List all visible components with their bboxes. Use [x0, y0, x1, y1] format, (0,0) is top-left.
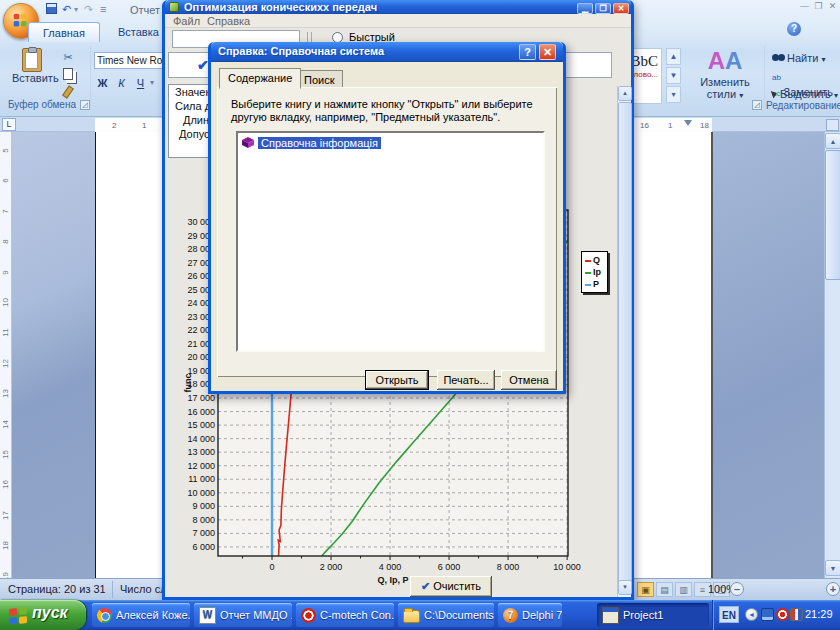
- word-restore-button[interactable]: ❐: [812, 1, 825, 12]
- scroll-down-icon[interactable]: ▼: [825, 560, 840, 576]
- save-icon[interactable]: [46, 3, 57, 14]
- app-scroll-down-icon[interactable]: ▼: [618, 580, 632, 595]
- ruler-number: 1: [142, 121, 146, 130]
- clipboard-group-label: Буфер обмена: [0, 99, 84, 110]
- vruler-number: 7: [1, 206, 10, 216]
- chart-legend: QIpP: [581, 251, 608, 293]
- format-painter-icon[interactable]: [65, 86, 71, 98]
- y-tick-label: 17 000: [187, 393, 215, 403]
- app-scroll-up-icon[interactable]: ▲: [618, 86, 632, 101]
- tab-search[interactable]: Поиск: [295, 70, 343, 88]
- indent-marker[interactable]: [684, 120, 692, 126]
- word-scrollbar[interactable]: ▲ ▼: [824, 132, 840, 578]
- books-listbox[interactable]: Справочна інформація: [236, 131, 545, 352]
- bold-button[interactable]: Ж: [94, 74, 111, 91]
- y-tick-label: 11 000: [188, 474, 215, 484]
- undo-dropdown-icon[interactable]: ▾: [74, 3, 78, 16]
- language-indicator[interactable]: EN: [719, 606, 739, 623]
- underline-button[interactable]: Ч: [132, 74, 149, 91]
- book-icon: [241, 136, 255, 149]
- y-tick-label: 9 000: [192, 501, 215, 511]
- word-close-button[interactable]: ✕: [826, 1, 839, 12]
- word-help-icon[interactable]: ?: [787, 22, 801, 36]
- font-family-combobox[interactable]: Times New Rom: [94, 52, 168, 69]
- clear-button[interactable]: ✔ Очистить: [410, 576, 492, 597]
- scrollbar-thumb[interactable]: [825, 150, 840, 280]
- x-tick-label: 6 000: [438, 562, 461, 572]
- app-close-button[interactable]: ✕: [613, 3, 629, 14]
- open-button[interactable]: Открыть: [365, 370, 429, 390]
- gallery-scroll-up-icon[interactable]: ▲: [666, 48, 681, 65]
- y-tick-label: 15 000: [187, 420, 215, 430]
- hide-icons-icon[interactable]: ◂: [745, 608, 758, 621]
- dialog-title-bar[interactable]: Справка: Справочная система ? ✕: [211, 42, 563, 62]
- paste-button[interactable]: Вставить: [12, 48, 52, 94]
- x-tick-label: 4 000: [379, 562, 402, 572]
- app-title-bar[interactable]: Оптимизация коническихх передач ▁ ❐ ✕: [165, 0, 631, 14]
- taskbar-task-project1[interactable]: Project1: [597, 603, 709, 627]
- vruler-number: 11: [1, 328, 10, 338]
- x-tick-label: 8 000: [497, 562, 520, 572]
- undo-icon[interactable]: ↶: [62, 3, 71, 16]
- network-tray-icon[interactable]: [761, 608, 774, 621]
- cmotech-tray-icon[interactable]: [776, 608, 789, 621]
- styles-dialog-launcher[interactable]: ◿: [752, 100, 762, 110]
- gallery-scroll-down-icon[interactable]: ▼: [666, 67, 681, 84]
- vruler-number: 18: [1, 541, 10, 551]
- zoom-in-button[interactable]: +: [826, 582, 840, 596]
- copy-icon[interactable]: [63, 68, 73, 80]
- qat-menu-icon[interactable]: ≡: [100, 3, 106, 16]
- tab-selector[interactable]: L: [2, 118, 16, 131]
- app-scrollbar-thumb[interactable]: [618, 102, 632, 582]
- app-minimize-button[interactable]: ▁: [577, 3, 593, 14]
- ruler-number: 18: [700, 121, 709, 130]
- menu-file[interactable]: Файл: [173, 15, 200, 27]
- taskbar-task-word[interactable]: W Отчет ММДО ...: [194, 603, 292, 627]
- taskbar-task-explorer[interactable]: C:\Documents ...: [398, 603, 494, 627]
- app-maximize-button[interactable]: ❐: [595, 3, 611, 14]
- task-label: Project1: [623, 609, 663, 621]
- scroll-up-icon[interactable]: ▲: [825, 133, 840, 149]
- view-button-2[interactable]: ▤: [656, 582, 673, 597]
- taskbar-task-chrome[interactable]: Алексей Коже...: [92, 603, 190, 627]
- gallery-more-icon[interactable]: ▾: [666, 86, 681, 103]
- legend-item-Ip: Ip: [585, 266, 607, 278]
- list-item-label: Справочна інформація: [258, 137, 381, 149]
- menu-help[interactable]: Справка: [207, 15, 250, 27]
- x-tick-label: 2 000: [320, 562, 343, 572]
- find-button[interactable]: Найти ▾: [772, 50, 826, 66]
- start-button[interactable]: пуск: [0, 600, 86, 630]
- view-button-3[interactable]: ▥: [675, 582, 692, 597]
- document-page-right[interactable]: [634, 132, 713, 578]
- app-icon: [169, 2, 179, 12]
- replace-button[interactable]: abac Заменить: [772, 68, 833, 84]
- clipboard-dialog-launcher[interactable]: ◿: [80, 100, 90, 110]
- vruler-number: 10: [1, 298, 10, 308]
- cut-icon[interactable]: ✂: [60, 50, 76, 65]
- cancel-button[interactable]: Отмена: [501, 370, 557, 390]
- italic-button[interactable]: К: [113, 74, 130, 91]
- taskbar-task-delphi[interactable]: 7 Delphi 7: [498, 603, 562, 627]
- document-page-left[interactable]: [95, 132, 162, 578]
- ruler-toggle-button[interactable]: [826, 119, 839, 131]
- tab-home[interactable]: Главная: [28, 22, 100, 42]
- flag-tray-icon[interactable]: [790, 608, 803, 621]
- app-menu-bar: Файл Справка: [165, 14, 631, 28]
- check-icon: ✔: [421, 580, 430, 592]
- start-label: пуск: [32, 604, 68, 622]
- app-scrollbar[interactable]: ▲ ▼: [617, 86, 631, 597]
- dialog-help-button[interactable]: ?: [519, 44, 536, 60]
- underline-dropdown-icon[interactable]: ▾: [150, 78, 154, 87]
- view-button-1[interactable]: ▣: [637, 582, 654, 597]
- word-minimize-button[interactable]: —: [798, 1, 811, 12]
- print-button[interactable]: Печать...: [437, 370, 495, 390]
- dialog-close-button[interactable]: ✕: [539, 44, 556, 60]
- paste-clipboard-icon: [22, 48, 42, 72]
- page-indicator[interactable]: Страница: 20 из 31: [8, 583, 106, 595]
- tab-contents[interactable]: Содержание: [219, 68, 301, 89]
- change-styles-button[interactable]: АА Изменить стили ▾: [690, 46, 760, 112]
- list-item[interactable]: Справочна інформація: [241, 136, 381, 151]
- taskbar-task-cmotech[interactable]: C-motech Con...: [296, 603, 394, 627]
- zoom-out-button[interactable]: –: [730, 582, 744, 596]
- cursor-icon: [771, 89, 778, 98]
